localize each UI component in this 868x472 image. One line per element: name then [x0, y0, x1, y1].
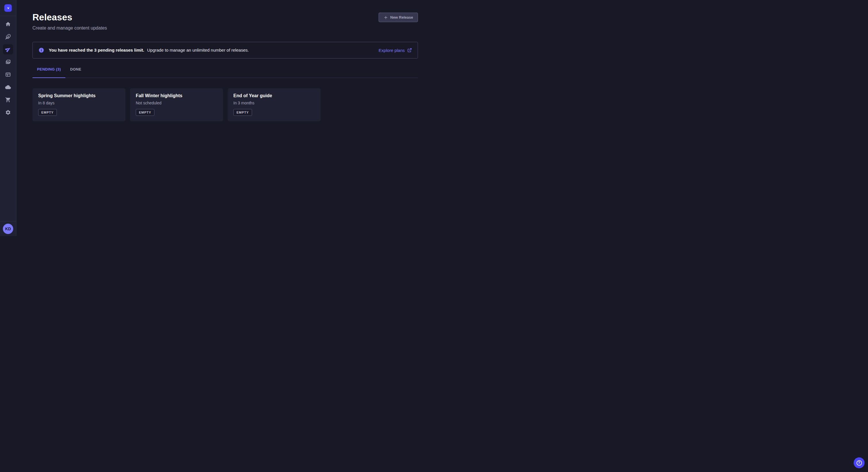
release-title: Spring Summer highlights — [38, 93, 120, 99]
plus-icon — [383, 15, 388, 20]
page-header: Releases Create and manage content updat… — [32, 11, 418, 32]
status-badge: EMPTY — [38, 109, 57, 116]
release-schedule: In 3 months — [234, 100, 315, 105]
limit-banner: You have reached the 3 pending releases … — [32, 42, 418, 59]
status-badge: EMPTY — [136, 109, 154, 116]
releases-list: Spring Summer highlights In 8 days EMPTY… — [32, 88, 418, 121]
release-title: Fall Winter highlights — [136, 93, 217, 99]
cart-icon — [5, 97, 11, 103]
explore-plans-label: Explore plans — [379, 48, 405, 53]
explore-plans-link[interactable]: Explore plans — [379, 48, 412, 53]
page-title: Releases — [32, 11, 107, 23]
limit-banner-regular-text: Upgrade to manage an unlimited number of… — [147, 47, 249, 53]
layout-icon — [5, 72, 11, 77]
tabs-bar: PENDING (3) DONE — [32, 63, 418, 78]
page-header-text: Releases Create and manage content updat… — [32, 11, 107, 32]
cloud-icon — [5, 84, 11, 90]
release-schedule: In 8 days — [38, 100, 120, 105]
sidebar-item-content-manager[interactable] — [3, 32, 13, 42]
tab-done[interactable]: DONE — [65, 63, 86, 78]
sidebar-item-settings[interactable] — [3, 107, 13, 117]
home-icon — [5, 21, 11, 27]
sidebar-item-home[interactable] — [3, 19, 13, 29]
gear-icon — [5, 109, 11, 115]
sidebar-item-media-library[interactable] — [3, 57, 13, 67]
release-card[interactable]: Spring Summer highlights In 8 days EMPTY — [32, 88, 125, 121]
external-link-icon — [407, 48, 412, 53]
release-card[interactable]: Fall Winter highlights Not scheduled EMP… — [130, 88, 223, 121]
logo-section — [0, 0, 16, 16]
sidebar-footer: KD — [0, 221, 16, 236]
limit-banner-text: You have reached the 3 pending releases … — [49, 47, 249, 53]
strapi-logo[interactable] — [4, 4, 12, 12]
tab-pending[interactable]: PENDING (3) — [32, 63, 65, 78]
paper-plane-icon — [5, 46, 11, 52]
main-content: Releases Create and manage content updat… — [17, 0, 434, 236]
images-icon — [5, 59, 11, 65]
release-card[interactable]: End of Year guide In 3 months EMPTY — [228, 88, 321, 121]
strapi-logo-icon — [6, 6, 10, 10]
status-badge: EMPTY — [234, 109, 252, 116]
limit-banner-bold-text: You have reached the 3 pending releases … — [49, 47, 144, 53]
sidebar-nav — [0, 16, 16, 221]
new-release-button[interactable]: New Release — [379, 12, 418, 22]
release-schedule: Not scheduled — [136, 100, 217, 105]
feather-icon — [5, 34, 11, 40]
sidebar-item-deploy[interactable] — [3, 82, 13, 92]
user-avatar[interactable]: KD — [3, 224, 13, 234]
sidebar-item-marketplace[interactable] — [3, 95, 13, 105]
sidebar: KD — [0, 0, 17, 236]
sidebar-item-content-type-builder[interactable] — [3, 69, 13, 80]
page-subtitle: Create and manage content updates — [32, 25, 107, 32]
new-release-label: New Release — [391, 15, 413, 20]
sidebar-item-releases[interactable] — [3, 44, 13, 55]
info-icon — [38, 47, 44, 53]
release-title: End of Year guide — [234, 93, 315, 99]
